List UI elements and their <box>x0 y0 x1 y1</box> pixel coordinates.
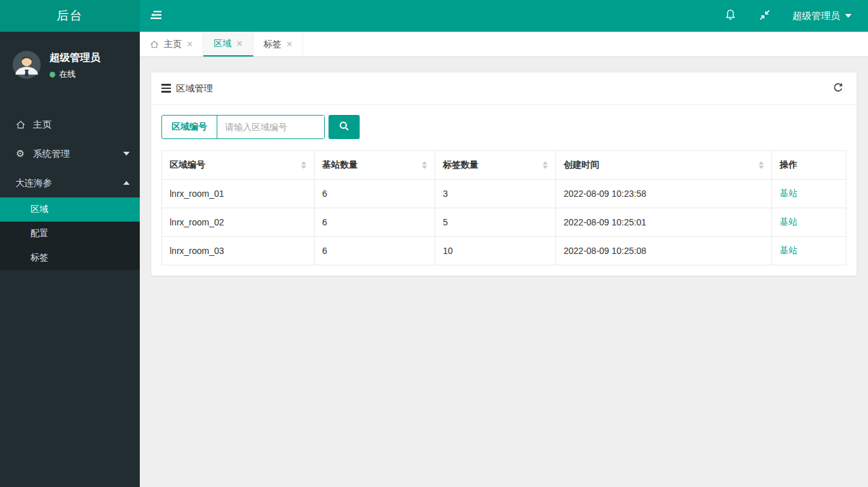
table-header-row: 区域编号 基站数量 标签数量 <box>162 151 846 180</box>
sidebar-item-label: 系统管理 <box>33 148 70 160</box>
sidebar-user-texts: 超级管理员 在线 <box>50 51 100 80</box>
cell-tag-count: 3 <box>435 180 556 208</box>
tab-home[interactable]: 主页 × <box>140 32 203 57</box>
sidebar-item-label: 主页 <box>33 119 51 131</box>
chevron-up-icon <box>123 181 130 185</box>
menu-fold-icon <box>150 9 162 23</box>
cell-created-time: 2022-08-09 10:23:58 <box>556 180 772 208</box>
brand-logo: 后台 <box>0 0 140 32</box>
search-button[interactable] <box>329 115 360 139</box>
column-header-label: 创建时间 <box>564 159 599 171</box>
cell-area-code: lnrx_room_01 <box>162 180 315 208</box>
cell-station-count: 6 <box>315 237 435 265</box>
user-dropdown[interactable]: 超级管理员 <box>792 10 851 22</box>
cell-tag-count: 5 <box>435 208 556 237</box>
search-icon <box>339 121 349 133</box>
panel-title: 区域管理 <box>176 83 213 95</box>
tab-tag[interactable]: 标签 × <box>254 32 303 57</box>
cell-station-count: 6 <box>315 180 435 208</box>
search-row: 区域编号 <box>161 115 846 139</box>
column-header-label: 标签数量 <box>443 159 478 171</box>
column-header-area-code[interactable]: 区域编号 <box>162 151 315 180</box>
column-header-station-count[interactable]: 基站数量 <box>315 151 435 180</box>
sidebar-user-name: 超级管理员 <box>50 51 100 65</box>
area-code-input[interactable] <box>217 116 324 138</box>
gear-icon: ⚙ <box>15 148 25 159</box>
search-input-group: 区域编号 <box>161 115 325 139</box>
cell-actions: 基站 <box>772 180 846 208</box>
cell-actions: 基站 <box>772 208 846 237</box>
list-bars-icon <box>161 84 171 93</box>
main-area: 主页 × 区域 × 标签 × 区域管理 <box>140 32 868 487</box>
user-dropdown-label: 超级管理员 <box>792 10 840 22</box>
tab-label: 区域 <box>214 38 231 50</box>
avatar <box>13 51 41 81</box>
sidebar-menu: 主页 ⚙ 系统管理 大连海参 区域 配置 标签 <box>0 110 140 270</box>
bell-icon <box>724 9 736 23</box>
area-table: 区域编号 基站数量 标签数量 <box>161 150 846 265</box>
tab-label: 标签 <box>264 39 281 50</box>
online-status-label: 在线 <box>59 69 76 80</box>
top-bar: 后台 <box>0 0 868 32</box>
area-management-panel: 区域管理 区域编号 <box>151 72 857 276</box>
home-icon <box>150 40 159 49</box>
notifications-button[interactable] <box>724 10 736 22</box>
cell-area-code: lnrx_room_03 <box>162 237 315 265</box>
sort-icon[interactable] <box>422 161 427 169</box>
fullscreen-toggle-button[interactable] <box>758 10 771 22</box>
tab-bar: 主页 × 区域 × 标签 × <box>140 32 868 57</box>
sidebar-user-status: 在线 <box>50 69 100 80</box>
cell-created-time: 2022-08-09 10:25:01 <box>556 208 772 237</box>
sidebar-item-system-management[interactable]: ⚙ 系统管理 <box>0 139 140 168</box>
panel-body: 区域编号 <box>151 105 857 276</box>
content: 区域管理 区域编号 <box>140 57 868 487</box>
sidebar-item-label: 大连海参 <box>15 177 52 189</box>
navbar-right: 超级管理员 <box>724 10 868 22</box>
column-header-label: 基站数量 <box>322 159 358 171</box>
sidebar-subitem-area[interactable]: 区域 <box>0 197 140 222</box>
base-station-link[interactable]: 基站 <box>780 188 797 198</box>
tab-label: 主页 <box>164 39 182 50</box>
sidebar-submenu: 区域 配置 标签 <box>0 197 140 270</box>
panel-title-wrap: 区域管理 <box>161 83 213 95</box>
cell-actions: 基站 <box>772 237 846 265</box>
sidebar-subitem-label: 配置 <box>31 228 48 239</box>
refresh-icon <box>832 82 844 95</box>
column-header-label: 操作 <box>780 159 797 171</box>
close-icon[interactable]: × <box>287 39 292 50</box>
sidebar: 超级管理员 在线 主页 ⚙ 系统管理 大连海参 <box>0 32 140 487</box>
close-icon[interactable]: × <box>236 38 242 50</box>
column-header-tag-count[interactable]: 标签数量 <box>435 151 556 180</box>
refresh-button[interactable] <box>830 80 846 97</box>
base-station-link[interactable]: 基站 <box>780 217 797 227</box>
tab-area[interactable]: 区域 × <box>203 32 253 57</box>
cell-area-code: lnrx_room_02 <box>162 208 315 237</box>
sort-icon[interactable] <box>543 161 548 169</box>
sort-icon[interactable] <box>301 161 306 169</box>
sidebar-subitem-config[interactable]: 配置 <box>0 222 140 246</box>
chevron-down-icon <box>845 14 851 18</box>
online-dot-icon <box>50 72 55 77</box>
close-icon[interactable]: × <box>187 39 193 50</box>
sort-icon[interactable] <box>759 161 764 169</box>
column-header-created-time[interactable]: 创建时间 <box>556 151 772 180</box>
table-row: lnrx_room_02 6 5 2022-08-09 10:25:01 基站 <box>162 208 846 237</box>
sidebar-subitem-label: 标签 <box>31 252 48 264</box>
base-station-link[interactable]: 基站 <box>780 245 797 255</box>
sidebar-item-home[interactable]: 主页 <box>0 110 140 139</box>
home-icon <box>15 120 25 130</box>
column-header-label: 区域编号 <box>170 159 205 171</box>
sidebar-subitem-tag[interactable]: 标签 <box>0 246 140 270</box>
table-row: lnrx_room_01 6 3 2022-08-09 10:23:58 基站 <box>162 180 846 208</box>
navbar: 超级管理员 <box>140 0 868 32</box>
column-header-actions: 操作 <box>772 151 846 180</box>
compress-icon <box>759 9 771 23</box>
search-field-label: 区域编号 <box>162 116 217 138</box>
table-row: lnrx_room_03 6 10 2022-08-09 10:25:08 基站 <box>162 237 846 265</box>
cell-station-count: 6 <box>315 208 435 237</box>
sidebar-user-panel: 超级管理员 在线 <box>0 32 140 98</box>
sidebar-subitem-label: 区域 <box>31 204 48 215</box>
sidebar-toggle-button[interactable] <box>140 0 172 32</box>
sidebar-item-dalian-haishen[interactable]: 大连海参 <box>0 168 140 197</box>
chevron-down-icon <box>123 152 130 156</box>
